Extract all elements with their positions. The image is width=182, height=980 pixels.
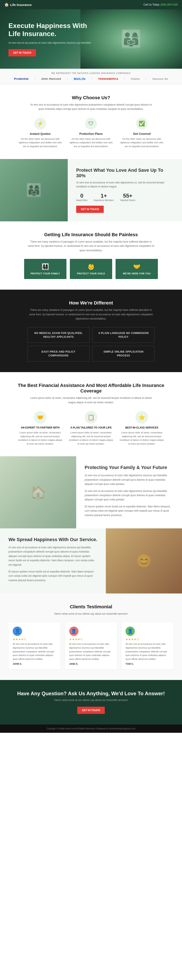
brand-prudential: Prudential [14,77,28,80]
why-card-title-0: Instant Quotes [17,132,63,135]
brands-label: WE REPRESENT THE NATION'S LEADING INSURA… [8,72,174,75]
why-card-title-1: Protection Plans [68,132,114,135]
why-card-desc-2: On the other hand, we denounce with righ… [119,137,165,148]
protect-image: 🏠 [0,456,76,528]
protect-para-0: At vero eos et accusamus et iusto odio d… [85,473,174,486]
cta-footer-section: Have Any Question? Ask Us Anything, We'd… [0,680,182,724]
save-cta-button[interactable]: GET IN TOUCH [76,206,104,213]
testi-card-0: 👤 ★★★★½ At vero eos et accusamus et iust… [8,622,61,670]
financial-subtitle: Lorem ipsum dolor sit amet, consectetur … [27,396,155,404]
fin-title-2: BEST-IN-CLASS SERVICES [119,426,165,429]
cta-footer-title: Have Any Question? Ask Us Anything, We'd… [8,690,174,697]
spread-photo-placeholder: 😊 [136,554,152,568]
fin-desc-2: Lorem ipsum dolor sit amet, consectetur … [119,431,165,446]
painless-label-1: PROTECT YOUR CHILD [74,272,108,275]
painless-label-0: PROTECT YOUR FAMILY [28,272,62,275]
testi-stars-0: ★★★★½ [13,638,57,641]
fin-icon-1: 📋 [85,411,97,424]
hero-content: Execute Happiness With Life Insurance. A… [8,22,97,56]
save-content: Protect What You Love And Save Up To 30%… [68,159,182,221]
spread-para-0: At vero eos et accusamus et iusto odio d… [8,545,97,567]
why-card-desc-1: On the other hand, we denounce with righ… [68,137,114,148]
save-stat-num-1: 1+ [94,192,114,199]
testi-cards: 👤 ★★★★½ At vero eos et accusamus et iust… [8,622,174,670]
save-section: 👨‍👩‍👧 Protect What You Love And Save Up … [0,159,182,221]
protect-title: Protecting Your Family & Your Future [85,465,174,470]
protect-content: Protecting Your Family & Your Future At … [76,456,182,528]
diff-card-2: EASY PRICE AND POLICY COMPARISONS [27,346,90,361]
testi-avatar-1: 👤 [69,627,79,636]
brand-jhn: John Hancock [41,77,61,80]
diff-card-0: NO MEDICAL EXAM FOR QUALIFIED, HEALTHY A… [27,327,90,343]
cta-footer-button[interactable]: GET IN TOUCH [77,707,105,714]
footer-text: Copyright © Global-Insure.com All Rights… [47,727,135,730]
site-footer: Copyright © Global-Insure.com All Rights… [0,724,182,733]
financial-title: The Best Financial Assistance And Most A… [8,383,174,394]
save-stat-label-2: Satisfied Clients [120,199,135,201]
cta-footer-subtitle: Here's what some of our clients say abou… [8,698,174,702]
testi-name-1: JANE K. [69,663,113,665]
save-stat-2: 55+ Satisfied Clients [120,192,135,201]
save-stat-0: 0 Award Wins [76,192,87,201]
why-card-0: ⚡ Instant Quotes On the other hand, we d… [17,118,63,148]
save-stat-num-2: 55+ [120,192,135,199]
brand: 🏠 Life Insurance [4,2,32,7]
fin-card-1: 📋 A PLAN TAILORED TO YOUR LIFE Lorem ips… [68,411,114,446]
hero-subtitle: At vero eos et accusamus et iusto odio d… [8,41,97,45]
fin-card-0: 🤝 AN EXPERT TO PARTNER WITH Lorem ipsum … [17,411,63,446]
navbar-phone: Call Us Today: (880) 900 0100 [144,3,178,6]
testi-text-2: At vero eos et accusamus et iusto odio d… [125,642,169,661]
why-card-title-2: Get Covered [119,132,165,135]
why-card-1: 🛡 Protection Plans On the other hand, we… [68,118,114,148]
painless-cards: 👨‍👩‍👧‍👦 PROTECT YOUR FAMILY 👶 PROTECT YO… [8,259,174,279]
family-photo-placeholder: 👨‍👩‍👧 [120,29,142,49]
fin-icon-0: 🤝 [34,411,47,424]
navbar: 🏠 Life Insurance Call Us Today: (880) 90… [0,0,182,10]
protect-para-1: At vero eos et accusamus et iusto odio d… [85,489,174,502]
hero-section: Execute Happiness With Life Insurance. A… [0,10,182,69]
painless-card-0: 👨‍👩‍👧‍👦 PROTECT YOUR FAMILY [24,259,66,279]
testi-text-0: At vero eos et accusamus et iusto odio d… [13,642,57,661]
save-photo-placeholder: 👨‍👩‍👧 [26,183,42,197]
why-subtitle: At vero eos et accusamus et iusto odio d… [27,103,155,111]
why-icon-2: ✅ [136,118,148,130]
painless-subtitle: There are many variations of passages of… [27,240,155,253]
testi-text-1: At vero eos et accusamus et iusto odio d… [69,642,113,661]
why-icon-1: 🛡 [85,118,97,130]
save-stat-1: 1+ Experience Members [94,192,114,201]
hero-cta-button[interactable]: GET IN TOUCH [8,49,36,56]
financial-cards: 🤝 AN EXPERT TO PARTNER WITH Lorem ipsum … [8,411,174,446]
painless-label-2: WE'RE HERE FOR YOU [120,272,154,275]
why-card-2: ✅ Get Covered On the other hand, we deno… [119,118,165,148]
different-section: How We're Different There are many varia… [0,290,182,372]
different-grid: NO MEDICAL EXAM FOR QUALIFIED, HEALTHY A… [27,327,155,361]
brand-metlife: MetLife [74,77,85,81]
save-stat-num-0: 0 [76,192,87,199]
testimonials-section: Clients Testimonial Here's what some of … [0,593,182,680]
testi-stars-2: ★★★★½ [125,638,169,641]
brand-fidelity: Fidelity [131,78,140,80]
brands-bar: WE REPRESENT THE NATION'S LEADING INSURA… [0,69,182,84]
hero-title: Execute Happiness With Life Insurance. [8,22,97,38]
why-card-desc-0: On the other hand, we denounce with righ… [17,137,63,148]
painless-card-2: 🤝 WE'RE HERE FOR YOU [116,259,158,279]
painless-section: Getting Life Insurance Should Be Painles… [0,221,182,290]
protect-para-2: Et harum quidem rerum facilis est et exp… [85,504,174,517]
different-title: How We're Different [8,300,174,306]
save-stat-label-1: Experience Members [94,199,114,201]
why-title: Why Choose Us? [8,95,174,100]
diff-card-3: SIMPLE ONLINE APPLICATION PROCESS [92,346,155,361]
fin-card-2: ⭐ BEST-IN-CLASS SERVICES Lorem ipsum dol… [119,411,165,446]
testi-subtitle: Here's what some of our clients say abou… [27,612,155,616]
brand-hannover: Hannover Re [152,78,168,80]
testi-card-1: 👤 ★★★★½ At vero eos et accusamus et iust… [65,622,117,670]
testi-avatar-2: 👤 [125,627,135,636]
testi-avatar-0: 👤 [13,627,22,636]
fin-icon-2: ⭐ [135,411,148,424]
save-stats: 0 Award Wins 1+ Experience Members 55+ S… [76,192,174,201]
fin-title-1: A PLAN TAILORED TO YOUR LIFE [68,426,114,429]
why-icon-0: ⚡ [34,118,46,130]
phone-number[interactable]: (880) 900 0100 [161,3,178,6]
different-subtitle: There are many variations of passages of… [27,308,155,321]
save-image: 👨‍👩‍👧 [0,159,68,221]
